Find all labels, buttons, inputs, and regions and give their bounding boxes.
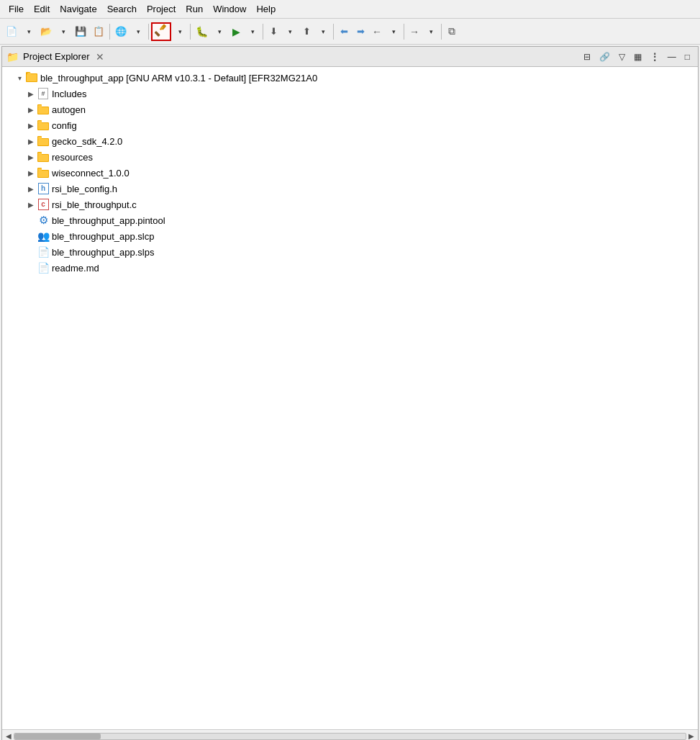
- tree-view[interactable]: ▾ ble_throughput_app [GNU ARM v10.3.1 - …: [2, 67, 698, 729]
- menu-file[interactable]: File: [4, 2, 28, 16]
- nav-fwd-right-button[interactable]: ➡: [353, 22, 368, 41]
- panel-filter-button[interactable]: ▽: [615, 50, 629, 64]
- new-window-icon: ⧉: [448, 25, 455, 37]
- save-copy-icon: 📋: [93, 26, 104, 37]
- new-window-button[interactable]: ⧉: [444, 22, 460, 41]
- nav-back-dropdown-button[interactable]: ▾: [386, 22, 401, 41]
- panel-link-button[interactable]: 🔗: [596, 50, 614, 64]
- separator-2: [148, 24, 149, 40]
- debug-button[interactable]: 🐛: [193, 22, 211, 41]
- menu-bar: File Edit Navigate Search Project Run Wi…: [0, 0, 700, 19]
- tree-slcp-item[interactable]: 👥 ble_throughput_app.slcp: [2, 228, 698, 244]
- new-dropdown-button[interactable]: ▾: [21, 22, 37, 41]
- includes-icon: #: [37, 87, 50, 100]
- svg-rect-10: [38, 105, 42, 107]
- tree-config-item[interactable]: ▶ config: [2, 117, 698, 133]
- new-file-button[interactable]: 📄: [3, 22, 20, 41]
- download-button[interactable]: ⬇: [265, 22, 281, 41]
- panel-close-button[interactable]: ✕: [94, 51, 106, 63]
- nav-back-button[interactable]: ←: [369, 22, 385, 41]
- separator-3: [190, 24, 191, 40]
- scroll-left-arrow[interactable]: ◀: [4, 732, 14, 740]
- open-dropdown-button[interactable]: ▾: [55, 22, 71, 41]
- tree-root-item[interactable]: ▾ ble_throughput_app [GNU ARM v10.3.1 - …: [2, 70, 698, 86]
- separator-4: [263, 24, 263, 40]
- panel-view-button[interactable]: ▦: [630, 50, 645, 64]
- download-dropdown-button[interactable]: ▾: [282, 22, 298, 41]
- separator-7: [441, 24, 442, 40]
- rsi-ble-throughput-toggle[interactable]: ▶: [25, 201, 37, 209]
- save-copy-button[interactable]: 📋: [90, 22, 107, 41]
- panel-maximize-button[interactable]: □: [681, 50, 694, 64]
- svg-rect-22: [38, 153, 42, 155]
- tree-resources-item[interactable]: ▶ resources: [2, 149, 698, 165]
- menu-project[interactable]: Project: [142, 2, 180, 16]
- tree-wiseconnect-item[interactable]: ▶ wiseconnect_1.0.0: [2, 165, 698, 181]
- build-dropdown-button[interactable]: ▾: [172, 22, 188, 41]
- panel-menu-button[interactable]: ⋮: [647, 50, 663, 64]
- gecko-sdk-toggle[interactable]: ▶: [25, 137, 37, 145]
- toolbar: 📄 ▾ 📂 ▾ 💾 📋 🌐 ▾ ▾ 🐛 ▾ ▶ ▾: [0, 19, 700, 45]
- tree-autogen-item[interactable]: ▶ autogen: [2, 101, 698, 117]
- includes-toggle[interactable]: ▶: [25, 90, 37, 98]
- gear-icon: ⚙: [39, 214, 48, 227]
- panel-folder-icon: 📁: [6, 51, 19, 63]
- tree-includes-item[interactable]: ▶ # Includes: [2, 86, 698, 101]
- resources-toggle[interactable]: ▶: [25, 153, 37, 161]
- run-dropdown-button[interactable]: ▾: [245, 22, 260, 41]
- globe-button[interactable]: 🌐: [112, 22, 129, 41]
- tree-rsi-ble-throughput-item[interactable]: ▶ c rsi_ble_throughput.c: [2, 197, 698, 212]
- menu-run[interactable]: Run: [181, 2, 207, 16]
- rsi-ble-config-toggle[interactable]: ▶: [25, 185, 37, 193]
- readme-doc-icon: 📄: [37, 262, 50, 274]
- text-doc-icon: 📄: [37, 246, 50, 258]
- scrollbar-thumb[interactable]: [14, 734, 101, 739]
- menu-window[interactable]: Window: [209, 2, 250, 16]
- autogen-toggle[interactable]: ▶: [25, 106, 37, 114]
- separator-1: [109, 24, 110, 40]
- panel-toolbar-right: ⊟ 🔗 ▽ ▦ ⋮ — □: [580, 50, 694, 64]
- panel-collapse-button[interactable]: ⊟: [580, 50, 594, 64]
- debug-dropdown-button[interactable]: ▾: [212, 22, 227, 41]
- upload-button[interactable]: ⬆: [299, 22, 314, 41]
- tree-pintool-item[interactable]: ⚙ ble_throughput_app.pintool: [2, 212, 698, 228]
- run-button[interactable]: ▶: [228, 22, 244, 41]
- nav-fwd-button[interactable]: →: [406, 22, 422, 41]
- svg-rect-18: [38, 137, 42, 139]
- menu-help[interactable]: Help: [252, 2, 280, 16]
- pintool-label: ble_throughput_app.pintool: [52, 215, 165, 226]
- wiseconnect-toggle[interactable]: ▶: [25, 169, 37, 177]
- wiseconnect-label: wiseconnect_1.0.0: [52, 168, 129, 179]
- tree-readme-item[interactable]: 📄 readme.md: [2, 260, 698, 276]
- upload-dropdown-button[interactable]: ▾: [315, 22, 331, 41]
- scrollbar-track[interactable]: [14, 733, 686, 740]
- panel-minimize-button[interactable]: —: [664, 50, 680, 64]
- root-proj-icon: [25, 71, 38, 84]
- open-button[interactable]: 📂: [37, 22, 55, 41]
- menu-search[interactable]: Search: [103, 2, 141, 16]
- tree-gecko-sdk-item[interactable]: ▶ gecko_sdk_4.2.0: [2, 133, 698, 149]
- save-button[interactable]: 💾: [72, 22, 89, 41]
- nav-back-left-button[interactable]: ⬅: [336, 22, 352, 41]
- tree-slps-item[interactable]: 📄 ble_throughput_app.slps: [2, 244, 698, 260]
- scroll-right-arrow[interactable]: ▶: [686, 732, 696, 740]
- readme-file-icon: 📄: [37, 261, 50, 274]
- tree-rsi-ble-config-item[interactable]: ▶ h rsi_ble_config.h: [2, 181, 698, 197]
- nav-fwd-right-icon: ➡: [357, 26, 365, 37]
- includes-label: Includes: [52, 89, 86, 99]
- build-button[interactable]: [151, 22, 171, 41]
- autogen-folder-icon: [37, 103, 50, 116]
- slcp-icon: 👥: [37, 230, 50, 242]
- root-toggle[interactable]: ▾: [14, 74, 25, 82]
- slps-label: ble_throughput_app.slps: [52, 247, 154, 258]
- nav-fwd-dropdown-button[interactable]: ▾: [423, 22, 439, 41]
- svg-rect-5: [27, 74, 37, 81]
- menu-edit[interactable]: Edit: [29, 2, 54, 16]
- save-icon: 💾: [75, 26, 86, 37]
- config-toggle[interactable]: ▶: [25, 122, 37, 130]
- autogen-label: autogen: [52, 104, 86, 115]
- menu-navigate[interactable]: Navigate: [55, 2, 101, 16]
- globe-dropdown-button[interactable]: ▾: [130, 22, 146, 41]
- horizontal-scrollbar[interactable]: ◀ ▶: [2, 729, 698, 740]
- resources-label: resources: [52, 152, 93, 163]
